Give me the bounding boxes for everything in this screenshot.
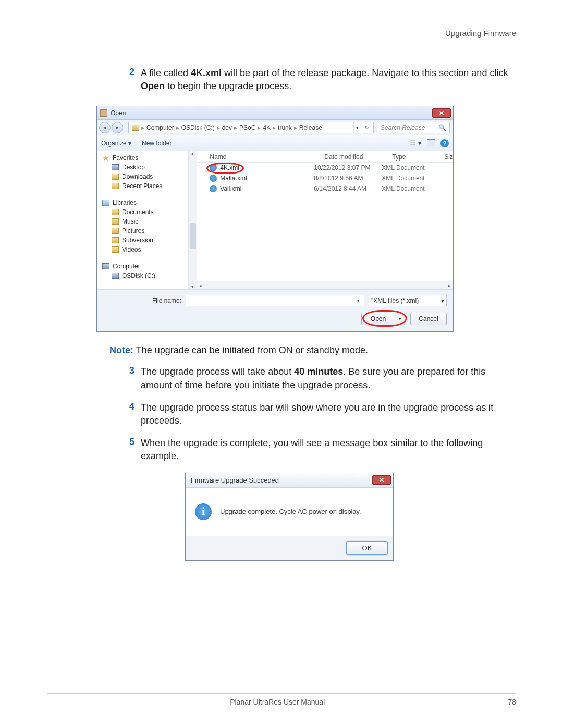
nav-tree: Favorites Desktop Downloads Recent Place…	[97, 151, 197, 289]
close-icon[interactable]: ✕	[432, 108, 451, 118]
file-column-headers[interactable]: Name Date modified Type Siz	[197, 151, 453, 163]
filename-label: File name:	[103, 297, 181, 304]
preview-pane-icon[interactable]	[427, 139, 435, 147]
msgbox-title: Firmware Upgrade Succeded	[191, 476, 279, 484]
help-icon[interactable]: ?	[440, 139, 449, 147]
file-date-2: 6/14/2012 8:44 AM	[314, 185, 382, 192]
nav-subversion[interactable]: Subversion	[122, 237, 153, 244]
nav-libraries[interactable]: Libraries	[113, 199, 137, 206]
filter-value: "XML files (*.xml)	[371, 297, 419, 304]
note: Note: The upgrade can be initiated from …	[47, 345, 516, 356]
file-type-0: XML Document	[382, 164, 434, 171]
videos-icon	[112, 246, 119, 253]
nav-computer[interactable]: Computer	[113, 263, 140, 270]
step-4-body: The upgrade process status bar will show…	[141, 401, 516, 427]
step-4: 4 The upgrade process status bar will sh…	[47, 401, 516, 427]
address-bar: ◄ ► ▸ Computer▸ OSDisk (C:)▸ dev▸ PSoC▸ …	[97, 120, 453, 135]
firmware-success-dialog: Firmware Upgrade Succeded ✕ i Upgrade co…	[185, 473, 394, 561]
footer-page: 78	[508, 698, 516, 706]
crumb-4[interactable]: 4K	[263, 124, 271, 131]
file-row-malta[interactable]: Malta.xml 8/8/2012 9:56 AM XML Document	[197, 173, 453, 183]
search-input[interactable]: Search Release 🔍	[377, 122, 450, 133]
file-name-0: 4K.xml	[220, 164, 239, 171]
crumb-3[interactable]: PSoC	[239, 124, 255, 131]
step-5-body: When the upgrade is complete, you will s…	[141, 437, 516, 463]
step-5: 5 When the upgrade is complete, you will…	[47, 437, 516, 463]
col-size[interactable]: Siz	[444, 153, 453, 161]
disk-icon	[112, 273, 119, 279]
filetype-filter[interactable]: "XML files (*.xml) ▾	[369, 295, 447, 306]
chevron-down-icon[interactable]: ▾	[353, 122, 361, 133]
ok-button[interactable]: OK	[346, 541, 388, 555]
crumb-0[interactable]: Computer	[146, 124, 174, 131]
pictures-icon	[112, 228, 119, 234]
documents-icon	[112, 209, 119, 215]
step-2-body: A file called 4K.xml will be part of the…	[141, 67, 516, 93]
xml-file-icon	[210, 175, 217, 182]
new-folder-button[interactable]: New folder	[142, 140, 172, 147]
xml-file-icon	[210, 164, 217, 171]
step-2-b1: 4K.xml	[191, 68, 222, 78]
chevron-down-icon: ▾	[441, 297, 444, 304]
nav-documents[interactable]: Documents	[122, 208, 154, 216]
xml-file-icon	[210, 185, 217, 192]
nav-music[interactable]: Music	[122, 218, 138, 225]
step-3: 3 The upgrade process will take about 40…	[47, 365, 516, 391]
nav-back-icon[interactable]: ◄	[99, 122, 111, 133]
dialog-footer: File name: ▾ "XML files (*.xml) ▾ Open ▾…	[97, 289, 453, 331]
crumb-6[interactable]: Release	[299, 124, 322, 131]
crumb-2[interactable]: dev	[222, 124, 232, 131]
msgbox-body: Upgrade complete. Cycle AC power on disp…	[220, 508, 361, 515]
open-dropdown-icon[interactable]: ▾	[395, 316, 405, 322]
open-button[interactable]: Open ▾	[361, 313, 405, 325]
cancel-button[interactable]: Cancel	[410, 313, 447, 325]
file-row-vail[interactable]: Vail.xml 6/14/2012 8:44 AM XML Document	[197, 183, 453, 194]
file-type-2: XML Document	[382, 185, 434, 192]
nav-osdisk[interactable]: OSDisk (C:)	[122, 272, 155, 279]
step-2-mid: will be part of the release package. Nav…	[222, 68, 508, 78]
dialog-titlebar[interactable]: Open ✕	[97, 106, 453, 120]
file-open-dialog: Open ✕ ◄ ► ▸ Computer▸ OSDisk (C:)▸ dev▸…	[96, 106, 454, 332]
close-icon[interactable]: ✕	[372, 475, 391, 485]
col-type[interactable]: Type	[392, 153, 444, 161]
breadcrumb[interactable]: ▸ Computer▸ OSDisk (C:)▸ dev▸ PSoC▸ 4K▸ …	[128, 122, 374, 133]
crumb-5[interactable]: trunk	[278, 124, 292, 131]
file-hscroll[interactable]: ◂▸	[197, 281, 453, 289]
nav-favorites[interactable]: Favorites	[113, 154, 138, 162]
step-3-b1: 40 minutes	[294, 366, 343, 377]
filename-dropdown-icon[interactable]: ▾	[354, 298, 362, 303]
view-mode-icon[interactable]: ☰ ▾	[410, 139, 422, 147]
step-2: 2 A file called 4K.xml will be part of t…	[47, 67, 516, 93]
refresh-icon[interactable]: ↻	[363, 122, 370, 133]
nav-forward-icon[interactable]: ►	[112, 122, 123, 133]
star-icon	[102, 155, 109, 161]
col-name[interactable]: Name	[210, 153, 324, 161]
step-3-pre: The upgrade process will take about	[141, 366, 294, 377]
msgbox-titlebar[interactable]: Firmware Upgrade Succeded ✕	[186, 473, 393, 488]
step-4-num: 4	[125, 401, 141, 427]
nav-recent[interactable]: Recent Places	[122, 182, 162, 190]
dialog-title-icon	[100, 109, 107, 117]
subversion-icon	[112, 237, 119, 243]
file-row-4k[interactable]: 4K.xml 10/22/2012 3:07 PM XML Document	[197, 163, 453, 173]
info-icon: i	[195, 503, 212, 520]
nav-downloads[interactable]: Downloads	[122, 173, 153, 180]
nav-desktop[interactable]: Desktop	[122, 164, 145, 171]
libraries-icon	[102, 200, 109, 206]
nav-pictures[interactable]: Pictures	[122, 227, 144, 235]
dialog-toolbar: Organize ▾ New folder ☰ ▾ ?	[97, 135, 453, 151]
organize-button[interactable]: Organize ▾	[101, 140, 131, 147]
col-date[interactable]: Date modified	[324, 153, 392, 161]
nav-videos[interactable]: Videos	[122, 246, 141, 253]
step-3-body: The upgrade process will take about 40 m…	[141, 365, 516, 391]
open-button-label: Open	[362, 315, 395, 323]
footer-manual: Planar UltraRes User Manual	[230, 698, 325, 706]
breadcrumb-sep: ▸	[141, 124, 144, 131]
crumb-1[interactable]: OSDisk (C:)	[181, 124, 215, 131]
nav-scrollbar[interactable]: ▴▾	[188, 151, 197, 289]
step-2-post: to begin the upgrade process.	[165, 81, 291, 91]
file-date-1: 8/8/2012 9:56 AM	[314, 175, 382, 182]
filename-input[interactable]: ▾	[186, 295, 364, 306]
downloads-icon	[112, 174, 119, 180]
step-2-pre: A file called	[141, 68, 191, 78]
